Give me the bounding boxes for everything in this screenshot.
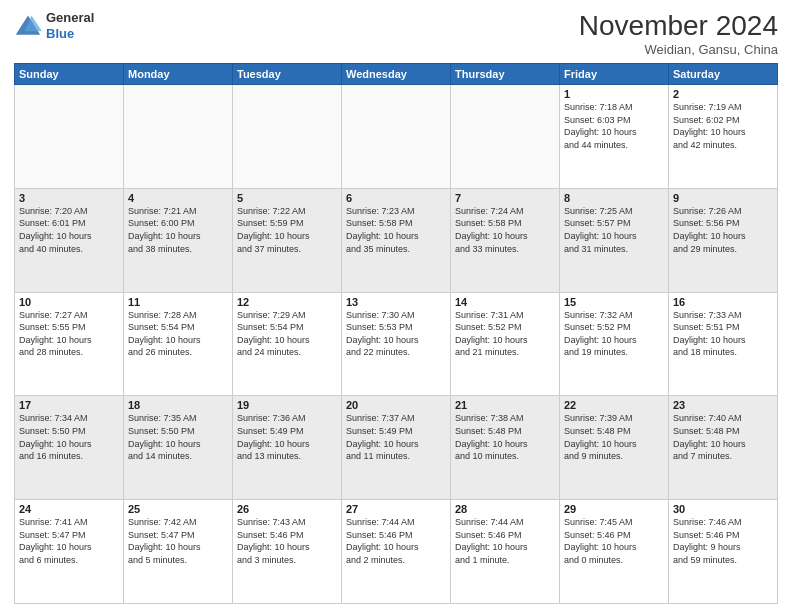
table-row: 17Sunrise: 7:34 AM Sunset: 5:50 PM Dayli…	[15, 396, 124, 500]
col-friday: Friday	[560, 64, 669, 85]
table-row: 5Sunrise: 7:22 AM Sunset: 5:59 PM Daylig…	[233, 188, 342, 292]
table-row: 15Sunrise: 7:32 AM Sunset: 5:52 PM Dayli…	[560, 292, 669, 396]
table-row: 2Sunrise: 7:19 AM Sunset: 6:02 PM Daylig…	[669, 85, 778, 189]
day-number: 14	[455, 296, 555, 308]
day-number: 2	[673, 88, 773, 100]
calendar-week-row: 17Sunrise: 7:34 AM Sunset: 5:50 PM Dayli…	[15, 396, 778, 500]
col-tuesday: Tuesday	[233, 64, 342, 85]
calendar-week-row: 24Sunrise: 7:41 AM Sunset: 5:47 PM Dayli…	[15, 500, 778, 604]
day-info: Sunrise: 7:36 AM Sunset: 5:49 PM Dayligh…	[237, 412, 337, 462]
table-row	[233, 85, 342, 189]
day-info: Sunrise: 7:22 AM Sunset: 5:59 PM Dayligh…	[237, 205, 337, 255]
day-info: Sunrise: 7:27 AM Sunset: 5:55 PM Dayligh…	[19, 309, 119, 359]
day-number: 16	[673, 296, 773, 308]
day-number: 1	[564, 88, 664, 100]
day-info: Sunrise: 7:32 AM Sunset: 5:52 PM Dayligh…	[564, 309, 664, 359]
day-info: Sunrise: 7:33 AM Sunset: 5:51 PM Dayligh…	[673, 309, 773, 359]
table-row: 26Sunrise: 7:43 AM Sunset: 5:46 PM Dayli…	[233, 500, 342, 604]
col-monday: Monday	[124, 64, 233, 85]
title-block: November 2024 Weidian, Gansu, China	[579, 10, 778, 57]
day-info: Sunrise: 7:24 AM Sunset: 5:58 PM Dayligh…	[455, 205, 555, 255]
day-number: 12	[237, 296, 337, 308]
day-info: Sunrise: 7:35 AM Sunset: 5:50 PM Dayligh…	[128, 412, 228, 462]
day-number: 18	[128, 399, 228, 411]
table-row	[451, 85, 560, 189]
day-info: Sunrise: 7:30 AM Sunset: 5:53 PM Dayligh…	[346, 309, 446, 359]
calendar-header: Sunday Monday Tuesday Wednesday Thursday…	[15, 64, 778, 85]
table-row: 14Sunrise: 7:31 AM Sunset: 5:52 PM Dayli…	[451, 292, 560, 396]
day-number: 13	[346, 296, 446, 308]
logo-icon	[14, 12, 42, 40]
table-row: 21Sunrise: 7:38 AM Sunset: 5:48 PM Dayli…	[451, 396, 560, 500]
day-number: 15	[564, 296, 664, 308]
day-info: Sunrise: 7:45 AM Sunset: 5:46 PM Dayligh…	[564, 516, 664, 566]
day-info: Sunrise: 7:31 AM Sunset: 5:52 PM Dayligh…	[455, 309, 555, 359]
day-info: Sunrise: 7:34 AM Sunset: 5:50 PM Dayligh…	[19, 412, 119, 462]
day-info: Sunrise: 7:23 AM Sunset: 5:58 PM Dayligh…	[346, 205, 446, 255]
day-number: 4	[128, 192, 228, 204]
table-row: 20Sunrise: 7:37 AM Sunset: 5:49 PM Dayli…	[342, 396, 451, 500]
table-row: 9Sunrise: 7:26 AM Sunset: 5:56 PM Daylig…	[669, 188, 778, 292]
col-saturday: Saturday	[669, 64, 778, 85]
day-number: 5	[237, 192, 337, 204]
day-number: 11	[128, 296, 228, 308]
day-number: 19	[237, 399, 337, 411]
month-title: November 2024	[579, 10, 778, 42]
day-info: Sunrise: 7:46 AM Sunset: 5:46 PM Dayligh…	[673, 516, 773, 566]
day-info: Sunrise: 7:40 AM Sunset: 5:48 PM Dayligh…	[673, 412, 773, 462]
day-info: Sunrise: 7:37 AM Sunset: 5:49 PM Dayligh…	[346, 412, 446, 462]
table-row: 13Sunrise: 7:30 AM Sunset: 5:53 PM Dayli…	[342, 292, 451, 396]
day-info: Sunrise: 7:25 AM Sunset: 5:57 PM Dayligh…	[564, 205, 664, 255]
day-number: 8	[564, 192, 664, 204]
table-row: 3Sunrise: 7:20 AM Sunset: 6:01 PM Daylig…	[15, 188, 124, 292]
col-wednesday: Wednesday	[342, 64, 451, 85]
day-number: 21	[455, 399, 555, 411]
day-info: Sunrise: 7:21 AM Sunset: 6:00 PM Dayligh…	[128, 205, 228, 255]
day-number: 22	[564, 399, 664, 411]
day-info: Sunrise: 7:26 AM Sunset: 5:56 PM Dayligh…	[673, 205, 773, 255]
table-row: 16Sunrise: 7:33 AM Sunset: 5:51 PM Dayli…	[669, 292, 778, 396]
table-row: 10Sunrise: 7:27 AM Sunset: 5:55 PM Dayli…	[15, 292, 124, 396]
logo-blue: Blue	[46, 26, 94, 42]
day-info: Sunrise: 7:29 AM Sunset: 5:54 PM Dayligh…	[237, 309, 337, 359]
day-number: 17	[19, 399, 119, 411]
table-row	[15, 85, 124, 189]
day-number: 7	[455, 192, 555, 204]
header: General Blue November 2024 Weidian, Gans…	[14, 10, 778, 57]
table-row: 4Sunrise: 7:21 AM Sunset: 6:00 PM Daylig…	[124, 188, 233, 292]
day-info: Sunrise: 7:42 AM Sunset: 5:47 PM Dayligh…	[128, 516, 228, 566]
day-number: 26	[237, 503, 337, 515]
day-info: Sunrise: 7:28 AM Sunset: 5:54 PM Dayligh…	[128, 309, 228, 359]
day-info: Sunrise: 7:44 AM Sunset: 5:46 PM Dayligh…	[455, 516, 555, 566]
table-row: 30Sunrise: 7:46 AM Sunset: 5:46 PM Dayli…	[669, 500, 778, 604]
day-info: Sunrise: 7:38 AM Sunset: 5:48 PM Dayligh…	[455, 412, 555, 462]
page: General Blue November 2024 Weidian, Gans…	[0, 0, 792, 612]
table-row	[124, 85, 233, 189]
col-sunday: Sunday	[15, 64, 124, 85]
table-row: 27Sunrise: 7:44 AM Sunset: 5:46 PM Dayli…	[342, 500, 451, 604]
calendar-week-row: 10Sunrise: 7:27 AM Sunset: 5:55 PM Dayli…	[15, 292, 778, 396]
calendar-week-row: 1Sunrise: 7:18 AM Sunset: 6:03 PM Daylig…	[15, 85, 778, 189]
logo-general: General	[46, 10, 94, 26]
calendar-week-row: 3Sunrise: 7:20 AM Sunset: 6:01 PM Daylig…	[15, 188, 778, 292]
logo-text: General Blue	[46, 10, 94, 41]
col-thursday: Thursday	[451, 64, 560, 85]
table-row: 11Sunrise: 7:28 AM Sunset: 5:54 PM Dayli…	[124, 292, 233, 396]
table-row: 22Sunrise: 7:39 AM Sunset: 5:48 PM Dayli…	[560, 396, 669, 500]
day-info: Sunrise: 7:19 AM Sunset: 6:02 PM Dayligh…	[673, 101, 773, 151]
day-number: 9	[673, 192, 773, 204]
day-number: 6	[346, 192, 446, 204]
day-info: Sunrise: 7:39 AM Sunset: 5:48 PM Dayligh…	[564, 412, 664, 462]
day-info: Sunrise: 7:43 AM Sunset: 5:46 PM Dayligh…	[237, 516, 337, 566]
table-row: 29Sunrise: 7:45 AM Sunset: 5:46 PM Dayli…	[560, 500, 669, 604]
day-number: 3	[19, 192, 119, 204]
day-number: 28	[455, 503, 555, 515]
day-number: 30	[673, 503, 773, 515]
table-row: 24Sunrise: 7:41 AM Sunset: 5:47 PM Dayli…	[15, 500, 124, 604]
table-row: 6Sunrise: 7:23 AM Sunset: 5:58 PM Daylig…	[342, 188, 451, 292]
day-info: Sunrise: 7:44 AM Sunset: 5:46 PM Dayligh…	[346, 516, 446, 566]
day-number: 24	[19, 503, 119, 515]
table-row: 18Sunrise: 7:35 AM Sunset: 5:50 PM Dayli…	[124, 396, 233, 500]
table-row: 8Sunrise: 7:25 AM Sunset: 5:57 PM Daylig…	[560, 188, 669, 292]
day-info: Sunrise: 7:20 AM Sunset: 6:01 PM Dayligh…	[19, 205, 119, 255]
